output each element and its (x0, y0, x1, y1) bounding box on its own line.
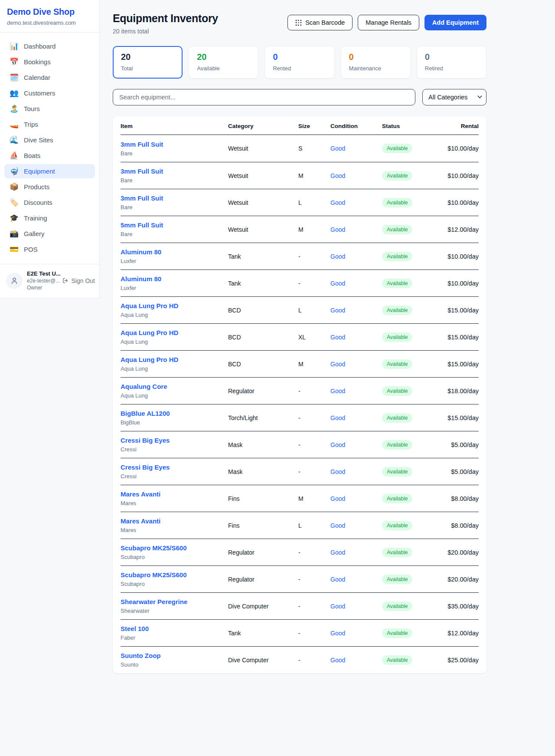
item-link[interactable]: Mares Avanti (121, 517, 160, 525)
stat-card-maintenance[interactable]: 0 Maintenance (341, 46, 411, 79)
table-row[interactable]: Aluminum 80 Luxfer Tank - Good Available… (121, 270, 479, 296)
condition-link[interactable]: Good (330, 603, 345, 610)
table-row[interactable]: Scubapro MK25/S600 Scubapro Regulator - … (121, 565, 479, 592)
status-badge: Available (382, 386, 412, 396)
category-select-wrap: All Categories (422, 89, 486, 105)
stat-card-total[interactable]: 20 Total (113, 46, 183, 79)
sidebar-item-pos[interactable]: 💳 POS (4, 242, 95, 256)
condition-link[interactable]: Good (330, 145, 345, 152)
item-link[interactable]: Cressi Big Eyes (121, 437, 170, 444)
sidebar-item-label: Customers (24, 89, 56, 97)
sidebar-item-equipment[interactable]: 🤿 Equipment (4, 164, 95, 178)
item-link[interactable]: Scubapro MK25/S600 (121, 571, 187, 579)
table-row[interactable]: Aqua Lung Pro HD Aqua Lung BCD M Good Av… (121, 350, 479, 377)
category-select[interactable]: All Categories (422, 89, 486, 105)
sidebar-item-training[interactable]: 🎓 Training (4, 211, 95, 225)
table-row[interactable]: 3mm Full Suit Bare Wetsuit L Good Availa… (121, 189, 479, 216)
sidebar-item-calendar[interactable]: 🗓️ Calendar (4, 70, 95, 85)
condition-link[interactable]: Good (330, 280, 345, 287)
sign-out-button[interactable]: Sign Out (62, 277, 95, 284)
condition-link[interactable]: Good (330, 657, 345, 664)
status-badge: Available (382, 171, 412, 181)
table-row[interactable]: Scubapro MK25/S600 Scubapro Regulator - … (121, 539, 479, 565)
table-row[interactable]: 3mm Full Suit Bare Wetsuit S Good Availa… (121, 135, 479, 162)
item-link[interactable]: 3mm Full Suit (121, 141, 163, 148)
sidebar-item-dive-sites[interactable]: 🌊 Dive Sites (4, 133, 95, 147)
scan-barcode-button[interactable]: Scan Barcode (287, 15, 353, 30)
table-row[interactable]: 5mm Full Suit Bare Wetsuit M Good Availa… (121, 216, 479, 243)
condition-link[interactable]: Good (330, 199, 345, 206)
sidebar-item-bookings[interactable]: 📅 Bookings (4, 55, 95, 69)
condition-link[interactable]: Good (330, 414, 345, 421)
sidebar-item-gallery[interactable]: 📸 Gallery (4, 227, 95, 241)
condition-link[interactable]: Good (330, 441, 345, 448)
sidebar-item-boats[interactable]: ⛵ Boats (4, 148, 95, 163)
search-input[interactable] (113, 89, 415, 105)
condition-link[interactable]: Good (330, 549, 345, 556)
condition-link[interactable]: Good (330, 253, 345, 260)
cell-category: Tank (228, 630, 298, 637)
condition-link[interactable]: Good (330, 307, 345, 314)
sidebar-item-discounts[interactable]: 🏷️ Discounts (4, 195, 95, 210)
condition-link[interactable]: Good (330, 495, 345, 502)
sidebar-nav: 📊 Dashboard 📅 Bookings 🗓️ Calendar 👥 Cus… (0, 33, 99, 264)
table-row[interactable]: Steel 100 Faber Tank - Good Available $1… (121, 619, 479, 646)
sidebar-item-label: Products (24, 183, 49, 191)
dashboard-icon: 📊 (10, 43, 18, 50)
add-equipment-button[interactable]: Add Equipment (424, 15, 486, 30)
cell-rental: $12.00/day (444, 226, 479, 233)
item-link[interactable]: 3mm Full Suit (121, 168, 163, 175)
sidebar-item-label: Gallery (24, 230, 45, 237)
table-row[interactable]: Aqua Lung Pro HD Aqua Lung BCD XL Good A… (121, 323, 479, 350)
item-link[interactable]: Mares Avanti (121, 490, 160, 498)
table-row[interactable]: Suunto Zoop Suunto Dive Computer - Good … (121, 646, 479, 673)
table-row[interactable]: Cressi Big Eyes Cressi Mask - Good Avail… (121, 458, 479, 485)
item-link[interactable]: Shearwater Peregrine (121, 598, 187, 605)
manage-rentals-button[interactable]: Manage Rentals (358, 15, 419, 30)
sidebar-item-products[interactable]: 📦 Products (4, 180, 95, 194)
equipment-table: Item Category Size Condition Status Rent… (113, 116, 486, 673)
item-link[interactable]: 5mm Full Suit (121, 221, 163, 229)
sidebar-item-tours[interactable]: 🏝️ Tours (4, 102, 95, 116)
item-link[interactable]: Suunto Zoop (121, 652, 160, 659)
item-brand: Aqua Lung (121, 312, 228, 318)
table-row[interactable]: Aqua Lung Pro HD Aqua Lung BCD L Good Av… (121, 296, 479, 323)
table-row[interactable]: Aluminum 80 Luxfer Tank - Good Available… (121, 243, 479, 270)
table-row[interactable]: Aqualung Core Aqua Lung Regulator - Good… (121, 377, 479, 404)
item-link[interactable]: 3mm Full Suit (121, 194, 163, 202)
item-link[interactable]: BigBlue AL1200 (121, 410, 170, 417)
item-link[interactable]: Aqua Lung Pro HD (121, 329, 178, 336)
item-link[interactable]: Aqualung Core (121, 383, 167, 390)
calendar-date-icon: 📅 (10, 58, 18, 66)
condition-link[interactable]: Good (330, 522, 345, 529)
condition-link[interactable]: Good (330, 334, 345, 341)
condition-link[interactable]: Good (330, 361, 345, 368)
item-link[interactable]: Aqua Lung Pro HD (121, 302, 178, 309)
item-link[interactable]: Aluminum 80 (121, 248, 161, 256)
brand-title[interactable]: Demo Dive Shop (7, 7, 92, 17)
table-row[interactable]: Cressi Big Eyes Cressi Mask - Good Avail… (121, 431, 479, 458)
stat-card-available[interactable]: 20 Available (189, 46, 258, 79)
sidebar-item-dashboard[interactable]: 📊 Dashboard (4, 39, 95, 53)
item-link[interactable]: Steel 100 (121, 625, 149, 632)
table-row[interactable]: Mares Avanti Mares Fins M Good Available… (121, 485, 479, 512)
stat-card-rented[interactable]: 0 Rented (264, 46, 334, 79)
table-row[interactable]: Mares Avanti Mares Fins L Good Available… (121, 512, 479, 539)
condition-link[interactable]: Good (330, 630, 345, 637)
table-row[interactable]: Shearwater Peregrine Shearwater Dive Com… (121, 592, 479, 619)
item-link[interactable]: Aluminum 80 (121, 275, 161, 283)
condition-link[interactable]: Good (330, 226, 345, 233)
table-row[interactable]: 3mm Full Suit Bare Wetsuit M Good Availa… (121, 162, 479, 189)
item-link[interactable]: Aqua Lung Pro HD (121, 356, 178, 363)
condition-link[interactable]: Good (330, 388, 345, 394)
condition-link[interactable]: Good (330, 172, 345, 179)
condition-link[interactable]: Good (330, 576, 345, 583)
cell-size: L (298, 307, 330, 314)
item-link[interactable]: Scubapro MK25/S600 (121, 544, 187, 552)
sidebar-item-trips[interactable]: 🚤 Trips (4, 117, 95, 131)
table-row[interactable]: BigBlue AL1200 BigBlue Torch/Light - Goo… (121, 404, 479, 431)
stat-card-retired[interactable]: 0 Retired (417, 46, 486, 79)
condition-link[interactable]: Good (330, 468, 345, 475)
sidebar-item-customers[interactable]: 👥 Customers (4, 86, 95, 100)
item-link[interactable]: Cressi Big Eyes (121, 463, 170, 471)
